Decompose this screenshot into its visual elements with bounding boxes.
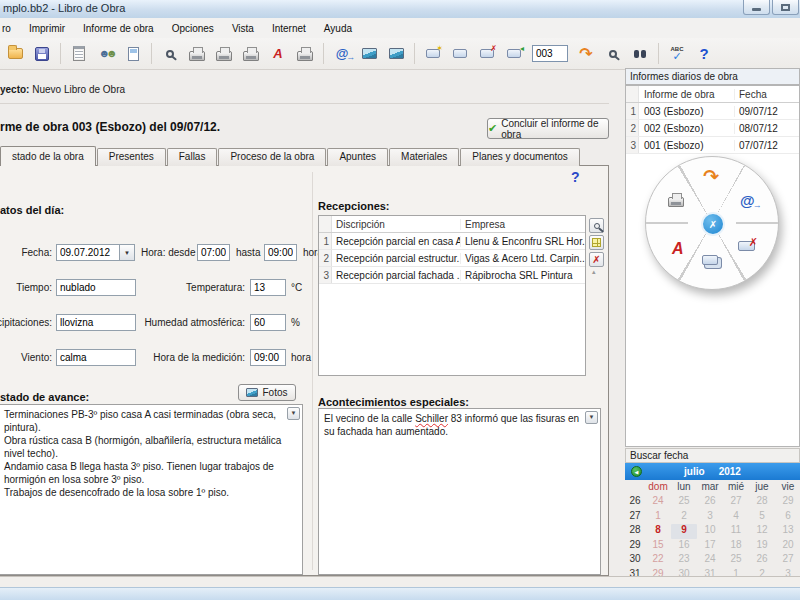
menu-item-imprimir[interactable]: Imprimir [20, 20, 74, 37]
tab-planes-y-documentos[interactable]: Planes y documentos [460, 148, 580, 166]
calendar-day-cell[interactable]: 8 [645, 524, 671, 539]
menu-item-informe-de-obra[interactable]: Informe de obra [74, 20, 163, 37]
menu-item-cropped[interactable]: ro [0, 20, 20, 37]
calendar-day-cell[interactable]: 16 [671, 539, 697, 554]
pdf-icon[interactable]: A [266, 42, 290, 66]
tab-materiales[interactable]: Materiales [389, 148, 459, 166]
calendar-day-cell[interactable]: 24 [645, 495, 671, 510]
fecha-dropdown-button[interactable] [120, 244, 135, 261]
calendar-day-cell[interactable]: 27 [775, 553, 800, 568]
calendar-day-cell[interactable]: 18 [723, 539, 749, 554]
column-header-discripcion[interactable]: Discripción [332, 219, 461, 230]
calendar-day-cell[interactable]: 6 [775, 510, 800, 525]
calendar-day-cell[interactable]: 17 [697, 539, 723, 554]
menu-item-ayuda[interactable]: Ayuda [315, 20, 361, 37]
delete-row-button[interactable]: ✗ [589, 252, 604, 267]
acontecimientos-textarea[interactable]: El vecino de la calle Schiller 83 inform… [318, 408, 601, 575]
open-folder-icon[interactable] [3, 42, 27, 66]
calendar-day-cell[interactable]: 29 [775, 495, 800, 510]
temperatura-input[interactable] [250, 279, 286, 296]
fecha-input[interactable] [56, 244, 120, 261]
calendar-day-cell[interactable]: 23 [671, 553, 697, 568]
menu-item-opciones[interactable]: Opciones [163, 20, 223, 37]
calendar-day-cell[interactable]: 15 [645, 539, 671, 554]
calendar-day-cell[interactable]: 12 [749, 524, 775, 539]
calendar-day-cell[interactable]: 13 [775, 524, 800, 539]
calendar-day-cell[interactable]: 25 [723, 553, 749, 568]
menu-item-internet[interactable]: Internet [263, 20, 315, 37]
minimize-button[interactable] [743, 0, 770, 15]
wheel-email-icon[interactable]: @→ [740, 193, 755, 208]
humedad-input[interactable] [250, 314, 286, 331]
go-arrow-icon[interactable]: ↷ [574, 42, 598, 66]
table-row[interactable]: 1 003 (Esbozo) 09/07/12 [626, 103, 799, 120]
calendar-year[interactable]: 2012 [719, 466, 741, 477]
calendar-day-cell[interactable]: 2 [671, 510, 697, 525]
estado-avance-textarea[interactable]: Terminaciones PB-3º piso casa A casi ter… [0, 404, 303, 575]
printer-icon[interactable] [185, 42, 209, 66]
email-icon[interactable]: @→ [330, 42, 354, 66]
binoculars-search-icon[interactable] [628, 42, 652, 66]
maximize-button[interactable] [772, 0, 799, 15]
document-icon[interactable] [121, 42, 145, 66]
window-icon[interactable] [448, 42, 472, 66]
printer-icon[interactable] [212, 42, 236, 66]
window-delete-icon[interactable]: ✗ [475, 42, 499, 66]
image-icon[interactable] [384, 42, 408, 66]
print-setup-icon[interactable] [293, 42, 317, 66]
tab-presentes[interactable]: Presentes [97, 148, 166, 166]
tab-proceso-de-la-obra[interactable]: Proceso de la obra [218, 148, 326, 166]
calendar-day-cell[interactable]: 1 [645, 510, 671, 525]
column-header-empresa[interactable]: Empresa [461, 219, 585, 230]
calendar-day-cell[interactable]: 11 [723, 524, 749, 539]
calendar-day-cell[interactable]: 22 [645, 553, 671, 568]
table-row[interactable]: 3 001 (Esbozo) 07/07/12 [626, 137, 799, 154]
calendar-day-cell[interactable]: 9 [671, 524, 697, 539]
spellcheck-icon[interactable]: ABC✓ [665, 42, 689, 66]
hora-desde-input[interactable] [197, 244, 230, 261]
table-row[interactable]: 2 Recepción parcial estructur... Vigas &… [319, 250, 585, 267]
calendar-day-cell[interactable]: 26 [697, 495, 723, 510]
calendar-day-cell[interactable]: 10 [697, 524, 723, 539]
people-icon[interactable]: ☻☻ [94, 42, 118, 66]
tab-fallas[interactable]: Fallas [167, 148, 218, 166]
conclude-report-button[interactable]: ✔ Concluir el informe de obra [487, 118, 609, 139]
calendar-day-cell[interactable]: 27 [723, 495, 749, 510]
wheel-printer-icon[interactable] [668, 193, 684, 207]
wheel-go-arrow-icon[interactable]: ↷ [703, 167, 719, 186]
calendar-day-cell[interactable]: 28 [749, 495, 775, 510]
calendar-day-cell[interactable]: 25 [671, 495, 697, 510]
table-row[interactable]: 1 Recepción parcial en casa A Llenu & En… [319, 233, 585, 250]
save-icon[interactable] [30, 42, 54, 66]
zoom-row-button[interactable] [589, 218, 604, 233]
title-bar[interactable]: mplo.bb2 - Libro de Obra [0, 0, 800, 18]
calendar-month[interactable]: julio [684, 466, 705, 477]
column-header-informe[interactable]: Informe de obra [639, 89, 735, 100]
window-new-icon[interactable]: ✶ [421, 42, 445, 66]
wheel-reports-stack-icon[interactable] [702, 255, 718, 265]
image-import-icon[interactable] [357, 42, 381, 66]
report-number-input[interactable] [532, 45, 568, 62]
add-row-button[interactable] [589, 235, 604, 250]
calendar-day-cell[interactable]: 5 [749, 510, 775, 525]
table-row[interactable]: 3 Recepción parcial fachada ... Rápibroc… [319, 267, 585, 284]
dropdown-button[interactable] [287, 407, 300, 420]
calendar-day-cell[interactable]: 24 [697, 553, 723, 568]
scrollbar-arrow[interactable]: ▴ [592, 268, 596, 276]
calendar-day-cell[interactable]: 19 [749, 539, 775, 554]
window-insert-icon[interactable]: ◂ [502, 42, 526, 66]
buscar-fecha-bar[interactable]: Buscar fecha [625, 448, 800, 463]
tab-estado-de-la-obra[interactable]: stado de la obra [0, 146, 96, 166]
hora-hasta-input[interactable] [264, 244, 297, 261]
calendar-day-cell[interactable]: 3 [697, 510, 723, 525]
tab-apuntes[interactable]: Apuntes [327, 148, 388, 166]
wheel-close-button[interactable]: ✗ [701, 212, 725, 236]
printer-icon[interactable] [239, 42, 263, 66]
wheel-delete-report-icon[interactable]: ✗ [738, 241, 755, 251]
dropdown-button[interactable] [585, 411, 598, 424]
medicion-input[interactable] [250, 349, 286, 366]
calendar-day-cell[interactable]: 4 [723, 510, 749, 525]
column-header-fecha[interactable]: Fecha [735, 89, 799, 100]
calendar-day-cell[interactable]: 20 [775, 539, 800, 554]
calendar-prev-button[interactable]: ◀ [631, 466, 642, 477]
